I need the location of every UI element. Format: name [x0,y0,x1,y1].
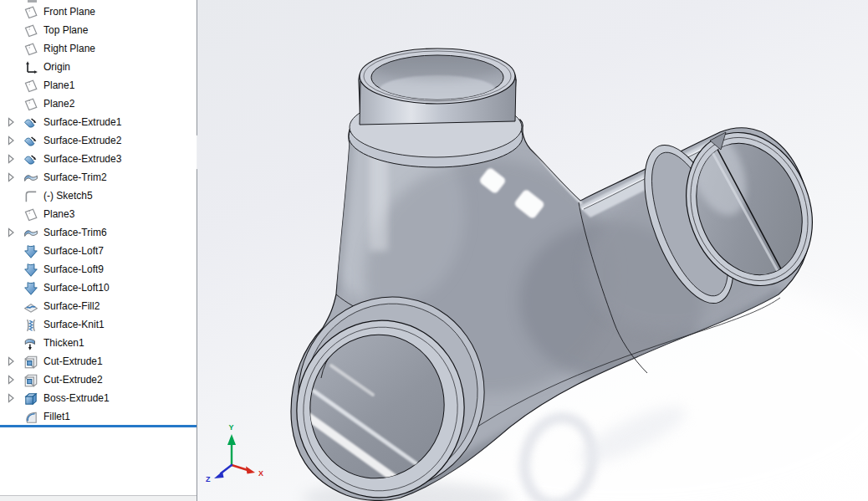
tree-item-surface-fill2[interactable]: Surface-Fill2 [0,297,197,315]
tree-item-surface-loft10[interactable]: Surface-Loft10 [0,279,197,297]
expand-spacer [4,23,18,37]
tree-item-label: Surface-Extrude3 [43,150,121,168]
tree-item-label: Fillet1 [43,407,70,426]
feature-manager-panel: Front PlaneTop PlaneRight PlaneOriginPla… [0,0,197,501]
tree-item-label: Front Plane [43,3,95,21]
expand-arrow-icon[interactable] [4,171,18,184]
surface-extrude-icon [23,152,38,167]
tree-item-label: Plane2 [43,95,74,113]
expand-spacer [4,60,18,74]
plane-icon [23,207,38,222]
expand-spacer [4,299,18,313]
tree-item-label: Surface-Loft10 [43,279,110,297]
tree-item-label: Cut-Extrude1 [43,352,103,371]
expand-arrow-icon[interactable] [4,391,18,405]
tree-item-label: Surface-Extrude2 [43,131,121,150]
tree-item-label: Boss-Extrude1 [43,389,110,407]
expand-spacer [4,207,18,221]
orientation-triad: Y X Z [206,423,263,483]
expand-arrow-icon[interactable] [4,134,18,147]
plane-icon [23,97,38,112]
triad-x-label: X [258,469,263,478]
top-port[interactable] [360,49,516,125]
expand-spacer [4,263,18,276]
expand-spacer [4,410,18,423]
surface-trim-icon [23,171,38,186]
tree-item-label: Plane3 [43,205,74,223]
tree-item-label: Thicken1 [43,334,84,352]
expand-arrow-icon[interactable] [4,355,18,368]
surface-loft-icon [23,244,38,259]
tree-item-fillet1[interactable]: Fillet1 [0,407,197,426]
tree-item-boss-extrude1[interactable]: Boss-Extrude1 [0,389,197,407]
solidworks-window: Front PlaneTop PlaneRight PlaneOriginPla… [0,0,868,501]
expand-spacer [4,244,18,258]
surface-extrude-icon [23,134,38,149]
origin-icon [23,60,38,75]
tree-item-cut-extrude1[interactable]: Cut-Extrude1 [0,352,197,371]
surface-fill-icon [23,299,38,314]
expand-spacer [4,281,18,294]
tree-item-surface-extrude2[interactable]: Surface-Extrude2 [0,131,197,150]
surface-loft-icon [23,281,38,296]
fillet-icon [23,410,38,425]
tree-item-label: Surface-Loft9 [43,260,104,279]
expand-spacer [4,42,18,55]
triad-z-label: Z [206,475,211,483]
tree-item-label: Surface-Extrude1 [43,113,121,131]
thicken-icon [23,336,38,351]
panel-bottom-strip [0,496,197,501]
tree-item-label: Right Plane [43,39,95,58]
rollback-bar[interactable] [0,425,197,427]
tree-item-label: (-) Sketch5 [43,187,93,205]
tree-item-plane2[interactable]: Plane2 [0,95,197,113]
tree-item-label: Surface-Trim6 [43,223,107,242]
tree-item-surface-loft7[interactable]: Surface-Loft7 [0,242,197,260]
expand-arrow-icon[interactable] [4,152,18,166]
tree-item-top-plane[interactable]: Top Plane [0,21,197,39]
tree-item-label: Top Plane [43,21,88,39]
expand-spacer [4,318,18,331]
tree-item-origin[interactable]: Origin [0,58,197,76]
tree-item-plane1[interactable]: Plane1 [0,76,197,95]
plane-icon [23,23,38,38]
3d-viewport-canvas[interactable]: Y X Z [197,0,868,501]
surface-loft-icon [23,263,38,278]
expand-spacer [4,97,18,110]
boss-extrude-icon [23,391,38,406]
tree-item-right-plane[interactable]: Right Plane [0,39,197,58]
tree-item-sketch5[interactable]: (-) Sketch5 [0,187,197,205]
tree-item-thicken1[interactable]: Thicken1 [0,334,197,352]
triad-y-label: Y [229,423,234,432]
plane-icon [23,5,38,20]
graphics-area[interactable]: Y X Z [197,0,868,501]
tree-item-surface-extrude1[interactable]: Surface-Extrude1 [0,113,197,131]
tree-item-cut-extrude2[interactable]: Cut-Extrude2 [0,371,197,389]
surface-extrude-icon [23,115,38,130]
tree-item-surface-trim2[interactable]: Surface-Trim2 [0,168,197,187]
surface-trim-icon [23,226,38,241]
tree-item-label: Plane1 [43,76,74,95]
tree-item-label: Surface-Knit1 [43,315,105,334]
sketch-icon [23,189,38,204]
tree-item-surface-extrude3[interactable]: Surface-Extrude3 [0,150,197,168]
cut-extrude-icon [23,355,38,370]
expand-spacer [4,336,18,350]
plane-icon [23,42,38,57]
expand-arrow-icon[interactable] [4,115,18,129]
tree-item-label: Cut-Extrude2 [43,371,103,389]
tree-item-front-plane[interactable]: Front Plane [0,3,197,21]
expand-spacer [4,79,18,92]
tree-item-surface-trim6[interactable]: Surface-Trim6 [0,223,197,242]
expand-spacer [4,189,18,202]
tree-item-plane3[interactable]: Plane3 [0,205,197,223]
tree-item-label: Surface-Trim2 [43,168,107,187]
tree-item-surface-knit1[interactable]: Surface-Knit1 [0,315,197,334]
tree-item-surface-loft9[interactable]: Surface-Loft9 [0,260,197,279]
tree-item-label: Surface-Loft7 [43,242,104,260]
surface-knit-icon [23,318,38,333]
plane-icon [23,79,38,94]
expand-arrow-icon[interactable] [4,226,18,239]
expand-arrow-icon[interactable] [4,373,18,386]
expand-spacer [4,5,18,18]
